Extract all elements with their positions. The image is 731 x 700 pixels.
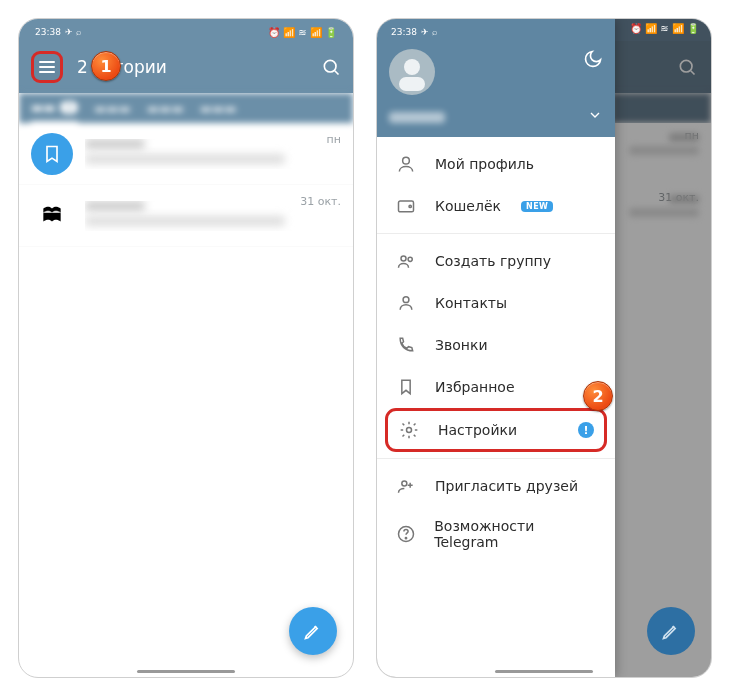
svg-point-8 bbox=[408, 257, 412, 261]
drawer-separator bbox=[377, 458, 615, 459]
tab-3[interactable]: ▬▬▬ bbox=[147, 93, 184, 123]
phone-right: пн 31 окт. 23:38 ✈ ⌕ bbox=[376, 18, 712, 678]
svg-point-6 bbox=[409, 205, 411, 207]
svg-point-13 bbox=[405, 538, 406, 539]
menu-profile[interactable]: Мой профиль bbox=[377, 143, 615, 185]
status-sys-icons: ⏰ 📶 ≋ 📶 🔋 bbox=[630, 23, 699, 34]
svg-point-9 bbox=[403, 297, 409, 303]
account-chevron[interactable] bbox=[587, 107, 603, 127]
status-time: 23:38 bbox=[35, 27, 61, 37]
home-indicator bbox=[495, 670, 593, 673]
svg-line-1 bbox=[335, 71, 339, 75]
menu-label: Мой профиль bbox=[435, 156, 534, 172]
menu-contacts[interactable]: Контакты bbox=[377, 282, 615, 324]
menu-label: Избранное bbox=[435, 379, 515, 395]
avatar-saved bbox=[31, 133, 73, 175]
menu-button[interactable] bbox=[31, 51, 63, 83]
contacts-icon bbox=[395, 293, 417, 313]
menu-label: Возможности Telegram bbox=[434, 518, 597, 550]
menu-wallet[interactable]: Кошелёк NEW bbox=[377, 185, 615, 227]
callout-1: 1 bbox=[91, 51, 121, 81]
drawer-status-bar: 23:38 ✈ ⌕ bbox=[377, 19, 615, 41]
new-badge: NEW bbox=[521, 201, 553, 212]
menu-label: Контакты bbox=[435, 295, 507, 311]
drawer-header: 23:38 ✈ ⌕ bbox=[377, 19, 615, 137]
compose-fab-dimmed bbox=[647, 607, 695, 655]
avatar-books-icon bbox=[31, 195, 73, 237]
calls-icon bbox=[395, 335, 417, 355]
search-indicator-icon: ⌕ bbox=[76, 27, 81, 37]
navigation-drawer: 23:38 ✈ ⌕ Мой профиль bbox=[377, 19, 615, 677]
tab-all[interactable]: ▬▬3 bbox=[31, 93, 78, 123]
compose-fab[interactable] bbox=[289, 607, 337, 655]
telegram-indicator-icon: ✈ bbox=[65, 27, 73, 37]
hamburger-icon bbox=[39, 61, 55, 73]
folder-tabs[interactable]: ▬▬3 ▬▬▬ ▬▬▬ ▬▬▬ bbox=[19, 93, 353, 123]
menu-features[interactable]: Возможности Telegram bbox=[377, 507, 615, 561]
status-bar: 23:38 ✈ ⌕ ⏰ 📶 ≋ 📶 🔋 bbox=[19, 19, 353, 41]
svg-point-10 bbox=[407, 428, 412, 433]
help-icon bbox=[395, 524, 416, 544]
bookmark-icon bbox=[395, 377, 417, 397]
account-name bbox=[389, 112, 445, 123]
svg-point-7 bbox=[401, 256, 406, 261]
tab-badge: 3 bbox=[60, 101, 78, 114]
menu-settings[interactable]: Настройки ! bbox=[385, 408, 607, 452]
status-time: 23:38 bbox=[391, 27, 417, 37]
invite-icon bbox=[395, 476, 417, 496]
wallet-icon bbox=[395, 196, 417, 216]
chat-row-2[interactable]: 31 окт. bbox=[19, 185, 353, 247]
home-indicator bbox=[137, 670, 235, 673]
menu-button-highlight bbox=[31, 51, 63, 83]
profile-icon bbox=[395, 154, 417, 174]
search-button[interactable] bbox=[321, 57, 341, 77]
drawer-separator bbox=[377, 233, 615, 234]
gear-icon bbox=[398, 420, 420, 440]
menu-invite[interactable]: Пригласить друзей bbox=[377, 465, 615, 507]
chat-time: 31 окт. bbox=[300, 195, 341, 208]
telegram-indicator-icon: ✈ bbox=[421, 27, 429, 37]
menu-calls[interactable]: Звонки bbox=[377, 324, 615, 366]
chat-time: пн bbox=[327, 133, 341, 146]
callout-2: 2 bbox=[583, 381, 613, 411]
menu-label: Звонки bbox=[435, 337, 488, 353]
tab-2[interactable]: ▬▬▬ bbox=[94, 93, 131, 123]
phone-left: 23:38 ✈ ⌕ ⏰ 📶 ≋ 📶 🔋 2 истории 1 ▬▬3 ▬▬▬ … bbox=[18, 18, 354, 678]
drawer-menu: Мой профиль Кошелёк NEW Создать группу К… bbox=[377, 137, 615, 677]
group-icon bbox=[395, 251, 417, 271]
status-sys-icons: ⏰ 📶 ≋ 📶 🔋 bbox=[268, 27, 337, 38]
svg-point-11 bbox=[402, 481, 407, 486]
svg-point-4 bbox=[403, 157, 410, 164]
chat-row-1[interactable]: пн bbox=[19, 123, 353, 185]
app-header: 2 истории bbox=[19, 41, 353, 93]
menu-label: Настройки bbox=[438, 422, 517, 438]
search-indicator-icon: ⌕ bbox=[432, 27, 437, 37]
night-mode-toggle[interactable] bbox=[583, 49, 603, 73]
menu-label: Кошелёк bbox=[435, 198, 501, 214]
menu-new-group[interactable]: Создать группу bbox=[377, 240, 615, 282]
account-avatar[interactable] bbox=[389, 49, 435, 95]
menu-saved[interactable]: Избранное bbox=[377, 366, 615, 408]
menu-label: Создать группу bbox=[435, 253, 551, 269]
notification-dot: ! bbox=[578, 422, 594, 438]
chat-info bbox=[85, 139, 341, 169]
tab-4[interactable]: ▬▬▬ bbox=[200, 93, 237, 123]
status-left: 23:38 ✈ ⌕ bbox=[35, 27, 81, 37]
svg-point-0 bbox=[324, 60, 336, 72]
menu-label: Пригласить друзей bbox=[435, 478, 578, 494]
status-right: ⏰ 📶 ≋ 📶 🔋 bbox=[630, 23, 699, 34]
status-right: ⏰ 📶 ≋ 📶 🔋 bbox=[268, 27, 337, 38]
